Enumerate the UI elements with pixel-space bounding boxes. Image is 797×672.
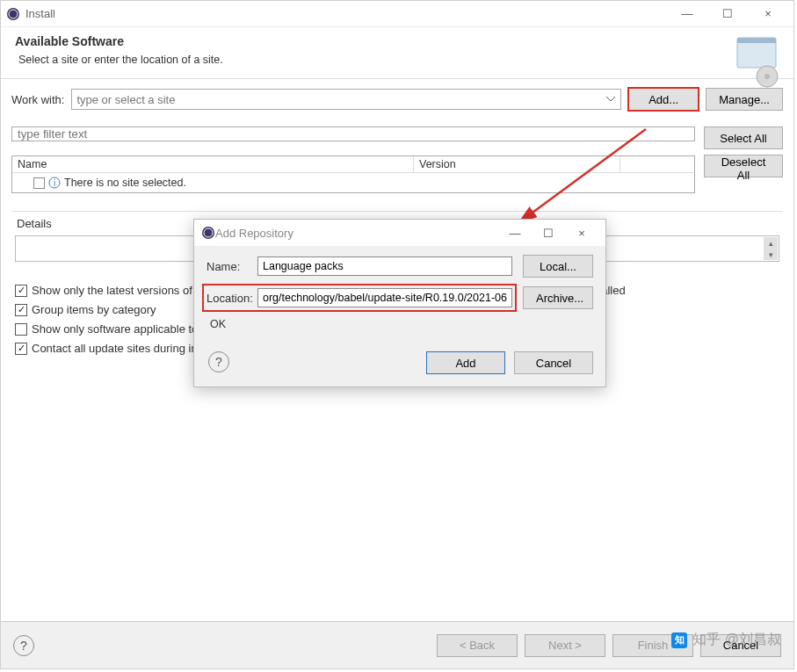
title-bar: Install — ☐ ×	[1, 1, 793, 27]
name-label: Name:	[206, 260, 257, 273]
location-input[interactable]	[257, 288, 512, 307]
close-button[interactable]: ×	[748, 1, 788, 27]
info-icon: i	[48, 177, 61, 189]
select-all-button[interactable]: Select All	[704, 126, 783, 149]
modal-cancel-button[interactable]: Cancel	[514, 351, 593, 374]
chevron-down-icon[interactable]	[604, 91, 618, 107]
modal-title-bar: Add Repository — ☐ ×	[194, 220, 605, 246]
chk-latest[interactable]	[15, 285, 27, 297]
back-button[interactable]: < Back	[437, 634, 518, 657]
page-subtitle: Select a site or enter the location of a…	[18, 54, 779, 66]
install-window: Install — ☐ × Available Software Select …	[0, 0, 794, 669]
header-band: Available Software Select a site or ente…	[1, 27, 793, 79]
scroll-down-icon[interactable]: ▾	[764, 249, 778, 260]
page-title: Available Software	[15, 34, 779, 48]
help-icon[interactable]: ?	[13, 635, 34, 656]
column-version[interactable]: Version	[413, 156, 619, 173]
filter-input[interactable]	[11, 126, 695, 141]
svg-text:i: i	[54, 178, 55, 188]
modal-help-icon[interactable]: ?	[208, 351, 229, 372]
deselect-all-button[interactable]: Deselect All	[704, 155, 783, 177]
eclipse-icon	[6, 7, 20, 21]
modal-minimize-button[interactable]: —	[498, 220, 532, 246]
modal-status: OK	[210, 318, 593, 330]
archive-button[interactable]: Archive...	[523, 286, 593, 309]
minimize-button[interactable]: —	[667, 1, 707, 27]
software-tree[interactable]: Name Version i There is no site selected…	[11, 155, 695, 193]
scroll-up-icon[interactable]: ▴	[764, 237, 778, 249]
next-button[interactable]: Next >	[525, 634, 605, 657]
name-input[interactable]	[257, 257, 512, 276]
column-spacer	[619, 156, 694, 173]
zhihu-icon: 知	[671, 632, 687, 648]
eclipse-icon	[201, 226, 215, 240]
modal-close-button[interactable]: ×	[565, 220, 598, 246]
chk-group[interactable]	[15, 304, 27, 316]
window-title: Install	[25, 7, 667, 20]
work-with-placeholder: type or select a site	[76, 93, 175, 106]
row-checkbox[interactable]	[33, 177, 45, 189]
modal-add-button[interactable]: Add	[426, 351, 505, 374]
chk-contact[interactable]	[15, 343, 27, 355]
watermark: 知 知乎 @刘昌叔	[671, 631, 781, 649]
maximize-button[interactable]: ☐	[707, 1, 748, 27]
modal-title: Add Repository	[215, 227, 498, 240]
chk-applicable[interactable]	[15, 323, 27, 336]
work-with-combo[interactable]: type or select a site	[71, 89, 621, 110]
location-label: Location:	[206, 292, 257, 305]
svg-point-5	[764, 74, 770, 79]
modal-maximize-button[interactable]: ☐	[532, 220, 565, 246]
svg-rect-3	[737, 38, 776, 43]
local-button[interactable]: Local...	[523, 255, 593, 278]
column-name[interactable]: Name	[12, 156, 413, 173]
tree-message: There is no site selected.	[64, 177, 186, 189]
chk-group-label: Group items by category	[32, 303, 156, 316]
work-with-label: Work with:	[11, 93, 64, 106]
work-with-row: Work with: type or select a site Add... …	[11, 88, 783, 111]
separator	[11, 211, 783, 212]
watermark-text: 知乎 @刘昌叔	[692, 631, 781, 649]
tree-empty-row: i There is no site selected.	[12, 173, 694, 192]
install-graphic-icon	[728, 33, 785, 89]
add-repository-dialog: Add Repository — ☐ × Name: Local... Loca…	[193, 219, 606, 387]
manage-button[interactable]: Manage...	[706, 88, 783, 111]
add-button[interactable]: Add...	[628, 88, 699, 111]
